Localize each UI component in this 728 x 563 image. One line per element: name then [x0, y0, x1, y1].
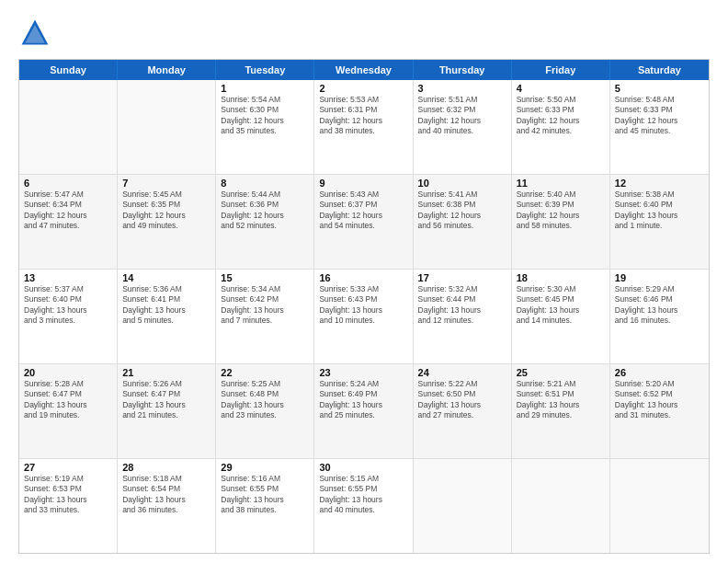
day-number: 5 [615, 83, 704, 94]
page: SundayMondayTuesdayWednesdayThursdayFrid… [0, 0, 728, 563]
day-info: Sunrise: 5:47 AM Sunset: 6:34 PM Dayligh… [24, 190, 112, 232]
day-number: 4 [517, 83, 605, 94]
day-number: 19 [615, 272, 704, 283]
day-info: Sunrise: 5:15 AM Sunset: 6:55 PM Dayligh… [319, 474, 407, 516]
day-info: Sunrise: 5:16 AM Sunset: 6:55 PM Dayligh… [221, 474, 309, 516]
day-number: 11 [517, 178, 605, 189]
day-info: Sunrise: 5:51 AM Sunset: 6:32 PM Dayligh… [418, 95, 506, 137]
logo-icon [18, 17, 51, 50]
cal-cell: 26Sunrise: 5:20 AM Sunset: 6:52 PM Dayli… [610, 364, 709, 458]
header-day-thursday: Thursday [414, 60, 512, 80]
week-row-2: 6Sunrise: 5:47 AM Sunset: 6:34 PM Daylig… [19, 175, 709, 270]
cal-cell [414, 459, 512, 553]
cal-cell: 13Sunrise: 5:37 AM Sunset: 6:40 PM Dayli… [19, 270, 118, 363]
header-day-saturday: Saturday [610, 60, 709, 80]
logo [18, 17, 55, 50]
day-info: Sunrise: 5:33 AM Sunset: 6:43 PM Dayligh… [319, 284, 407, 327]
cal-cell: 16Sunrise: 5:33 AM Sunset: 6:43 PM Dayli… [314, 270, 413, 363]
day-info: Sunrise: 5:43 AM Sunset: 6:37 PM Dayligh… [319, 190, 407, 232]
day-info: Sunrise: 5:20 AM Sunset: 6:52 PM Dayligh… [615, 379, 704, 421]
cal-cell [512, 459, 610, 553]
day-info: Sunrise: 5:53 AM Sunset: 6:31 PM Dayligh… [319, 95, 407, 137]
cal-cell: 3Sunrise: 5:51 AM Sunset: 6:32 PM Daylig… [414, 80, 512, 174]
cal-cell: 27Sunrise: 5:19 AM Sunset: 6:53 PM Dayli… [19, 459, 118, 553]
day-number: 2 [319, 83, 407, 94]
header [18, 17, 710, 50]
day-number: 26 [615, 367, 704, 378]
header-day-friday: Friday [512, 60, 610, 80]
day-info: Sunrise: 5:26 AM Sunset: 6:47 PM Dayligh… [122, 379, 210, 421]
day-info: Sunrise: 5:44 AM Sunset: 6:36 PM Dayligh… [221, 190, 309, 232]
cal-cell [118, 80, 216, 174]
calendar-header: SundayMondayTuesdayWednesdayThursdayFrid… [19, 60, 709, 80]
day-number: 29 [221, 462, 309, 473]
cal-cell: 30Sunrise: 5:15 AM Sunset: 6:55 PM Dayli… [314, 459, 413, 553]
day-number: 28 [122, 462, 210, 473]
day-info: Sunrise: 5:18 AM Sunset: 6:54 PM Dayligh… [122, 474, 210, 516]
week-row-4: 20Sunrise: 5:28 AM Sunset: 6:47 PM Dayli… [19, 364, 709, 459]
cal-cell: 28Sunrise: 5:18 AM Sunset: 6:54 PM Dayli… [118, 459, 216, 553]
cal-cell: 29Sunrise: 5:16 AM Sunset: 6:55 PM Dayli… [216, 459, 314, 553]
day-number: 21 [122, 367, 210, 378]
day-number: 30 [319, 462, 407, 473]
header-day-tuesday: Tuesday [216, 60, 314, 80]
cal-cell: 20Sunrise: 5:28 AM Sunset: 6:47 PM Dayli… [19, 364, 118, 458]
day-number: 18 [517, 272, 605, 283]
day-info: Sunrise: 5:21 AM Sunset: 6:51 PM Dayligh… [517, 379, 605, 421]
day-info: Sunrise: 5:54 AM Sunset: 6:30 PM Dayligh… [221, 95, 309, 137]
cal-cell: 1Sunrise: 5:54 AM Sunset: 6:30 PM Daylig… [216, 80, 314, 174]
cal-cell: 10Sunrise: 5:41 AM Sunset: 6:38 PM Dayli… [414, 175, 512, 269]
cal-cell: 17Sunrise: 5:32 AM Sunset: 6:44 PM Dayli… [414, 270, 512, 363]
day-number: 20 [24, 367, 112, 378]
day-number: 24 [418, 367, 506, 378]
week-row-5: 27Sunrise: 5:19 AM Sunset: 6:53 PM Dayli… [19, 459, 709, 553]
day-info: Sunrise: 5:22 AM Sunset: 6:50 PM Dayligh… [418, 379, 506, 421]
day-number: 27 [24, 462, 112, 473]
cal-cell: 14Sunrise: 5:36 AM Sunset: 6:41 PM Dayli… [118, 270, 216, 363]
day-number: 14 [122, 272, 210, 283]
day-number: 23 [319, 367, 407, 378]
cal-cell: 4Sunrise: 5:50 AM Sunset: 6:33 PM Daylig… [512, 80, 610, 174]
week-row-1: 1Sunrise: 5:54 AM Sunset: 6:30 PM Daylig… [19, 80, 709, 175]
cal-cell: 11Sunrise: 5:40 AM Sunset: 6:39 PM Dayli… [512, 175, 610, 269]
day-info: Sunrise: 5:40 AM Sunset: 6:39 PM Dayligh… [517, 190, 605, 232]
day-number: 16 [319, 272, 407, 283]
day-info: Sunrise: 5:50 AM Sunset: 6:33 PM Dayligh… [517, 95, 605, 137]
day-info: Sunrise: 5:45 AM Sunset: 6:35 PM Dayligh… [122, 190, 210, 232]
day-info: Sunrise: 5:24 AM Sunset: 6:49 PM Dayligh… [319, 379, 407, 421]
header-day-wednesday: Wednesday [314, 60, 413, 80]
day-number: 15 [221, 272, 309, 283]
cal-cell: 18Sunrise: 5:30 AM Sunset: 6:45 PM Dayli… [512, 270, 610, 363]
day-number: 6 [24, 178, 112, 189]
day-info: Sunrise: 5:48 AM Sunset: 6:33 PM Dayligh… [615, 95, 704, 137]
day-number: 1 [221, 83, 309, 94]
calendar: SundayMondayTuesdayWednesdayThursdayFrid… [18, 59, 710, 554]
cal-cell: 6Sunrise: 5:47 AM Sunset: 6:34 PM Daylig… [19, 175, 118, 269]
day-number: 7 [122, 178, 210, 189]
week-row-3: 13Sunrise: 5:37 AM Sunset: 6:40 PM Dayli… [19, 270, 709, 364]
cal-cell [19, 80, 118, 174]
cal-cell: 8Sunrise: 5:44 AM Sunset: 6:36 PM Daylig… [216, 175, 314, 269]
cal-cell: 5Sunrise: 5:48 AM Sunset: 6:33 PM Daylig… [610, 80, 709, 174]
day-info: Sunrise: 5:36 AM Sunset: 6:41 PM Dayligh… [122, 284, 210, 327]
cal-cell: 25Sunrise: 5:21 AM Sunset: 6:51 PM Dayli… [512, 364, 610, 458]
day-number: 8 [221, 178, 309, 189]
day-info: Sunrise: 5:37 AM Sunset: 6:40 PM Dayligh… [24, 284, 112, 327]
cal-cell: 15Sunrise: 5:34 AM Sunset: 6:42 PM Dayli… [216, 270, 314, 363]
day-number: 13 [24, 272, 112, 283]
day-number: 9 [319, 178, 407, 189]
day-number: 12 [615, 178, 704, 189]
day-info: Sunrise: 5:41 AM Sunset: 6:38 PM Dayligh… [418, 190, 506, 232]
cal-cell: 22Sunrise: 5:25 AM Sunset: 6:48 PM Dayli… [216, 364, 314, 458]
day-info: Sunrise: 5:28 AM Sunset: 6:47 PM Dayligh… [24, 379, 112, 421]
day-number: 3 [418, 83, 506, 94]
cal-cell: 12Sunrise: 5:38 AM Sunset: 6:40 PM Dayli… [610, 175, 709, 269]
cal-cell: 2Sunrise: 5:53 AM Sunset: 6:31 PM Daylig… [314, 80, 413, 174]
day-number: 25 [517, 367, 605, 378]
calendar-body: 1Sunrise: 5:54 AM Sunset: 6:30 PM Daylig… [19, 80, 709, 553]
day-info: Sunrise: 5:30 AM Sunset: 6:45 PM Dayligh… [517, 284, 605, 327]
header-day-sunday: Sunday [19, 60, 118, 80]
cal-cell [610, 459, 709, 553]
day-info: Sunrise: 5:34 AM Sunset: 6:42 PM Dayligh… [221, 284, 309, 327]
day-number: 17 [418, 272, 506, 283]
